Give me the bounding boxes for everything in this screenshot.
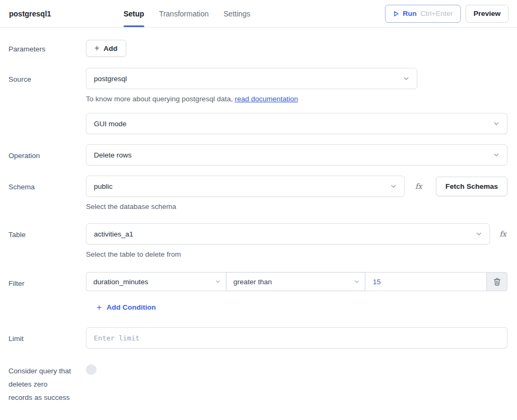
preview-button[interactable]: Preview <box>466 5 509 23</box>
setup-panel: Parameters + Add Source postgresql To kn… <box>0 28 517 404</box>
play-icon <box>393 11 399 17</box>
success-flag-row: Consider query that deletes zero records… <box>8 360 507 404</box>
add-parameter-button[interactable]: + Add <box>86 40 126 57</box>
parameters-row: Parameters + Add <box>8 40 507 57</box>
source-label: Source <box>8 68 86 86</box>
schema-label: Schema <box>8 176 86 194</box>
query-header: postgresql1 Setup Transformation Setting… <box>0 0 517 28</box>
mode-select[interactable]: GUI mode <box>86 113 507 134</box>
schema-select-value: public <box>94 182 112 190</box>
schema-select[interactable]: public <box>86 176 405 197</box>
fx-icon[interactable]: fx <box>500 230 506 238</box>
source-select[interactable]: postgresql <box>86 68 417 89</box>
mode-label-spacer <box>8 113 86 118</box>
table-select-value: activities_a1 <box>94 230 133 238</box>
filter-condition: duration_minutes greater than 15 <box>86 272 507 291</box>
header-actions: Run Ctrl+Enter Preview <box>385 0 509 27</box>
limit-label: Limit <box>8 327 86 345</box>
delete-condition-button[interactable] <box>486 272 507 291</box>
chevron-down-icon <box>493 120 500 127</box>
operation-select-value: Delete rows <box>94 151 132 159</box>
parameters-label: Parameters <box>8 40 86 56</box>
filter-label: Filter <box>8 272 86 290</box>
plus-icon: + <box>94 44 99 52</box>
schema-row: Schema public fx Fetch Schemas Select th… <box>8 176 507 212</box>
mode-select-value: GUI mode <box>94 120 127 128</box>
header-tabs: Setup Transformation Settings <box>124 0 250 27</box>
filter-row: Filter duration_minutes greater than 15 <box>8 272 507 312</box>
limit-input[interactable] <box>86 327 507 348</box>
fx-icon[interactable]: fx <box>415 182 422 190</box>
table-row: Table activities_a1 fx Select the table … <box>8 223 507 260</box>
operation-row: Operation Delete rows <box>8 144 507 165</box>
query-title: postgresql1 <box>9 0 110 27</box>
source-helper-text: To know more about querying postgresql d… <box>86 95 233 103</box>
schema-helper: Select the database schema <box>86 202 507 212</box>
operation-select[interactable]: Delete rows <box>86 144 507 165</box>
chevron-down-icon <box>354 278 360 285</box>
operation-label: Operation <box>8 144 86 162</box>
chevron-down-icon <box>390 182 397 190</box>
success-flag-toggle[interactable] <box>86 364 97 375</box>
run-button[interactable]: Run Ctrl+Enter <box>385 5 461 23</box>
trash-icon <box>494 278 501 286</box>
filter-operator-value: greater than <box>233 278 272 286</box>
add-parameter-label: Add <box>103 45 117 52</box>
chevron-down-icon <box>475 230 483 238</box>
read-documentation-link[interactable]: read documentation <box>235 95 298 103</box>
fetch-schemas-button[interactable]: Fetch Schemas <box>436 177 507 196</box>
source-helper: To know more about querying postgresql d… <box>86 94 507 104</box>
add-condition-label: Add Condition <box>107 303 156 311</box>
table-select[interactable]: activities_a1 <box>86 223 490 244</box>
source-row: Source postgresql To know more about que… <box>8 68 507 104</box>
success-flag-label: Consider query that deletes zero records… <box>8 360 86 404</box>
mode-row: GUI mode <box>8 113 507 134</box>
tab-setup[interactable]: Setup <box>124 0 144 27</box>
filter-column-value: duration_minutes <box>93 278 148 286</box>
plus-icon: + <box>97 303 102 312</box>
chevron-down-icon <box>215 278 221 285</box>
filter-column-select[interactable]: duration_minutes <box>86 272 226 291</box>
filter-operator-select[interactable]: greater than <box>226 272 365 291</box>
add-condition-button[interactable]: + Add Condition <box>97 303 156 312</box>
table-helper: Select the table to delete from <box>86 249 507 260</box>
limit-row: Limit <box>8 327 507 348</box>
tab-transformation[interactable]: Transformation <box>159 0 209 27</box>
filter-value-input[interactable]: 15 <box>365 272 487 291</box>
chevron-down-icon <box>493 151 500 159</box>
table-label: Table <box>8 223 86 241</box>
source-select-value: postgresql <box>94 75 127 83</box>
run-shortcut: Ctrl+Enter <box>420 10 453 18</box>
run-label: Run <box>403 10 417 18</box>
chevron-down-icon <box>402 75 410 82</box>
tab-settings[interactable]: Settings <box>224 0 251 27</box>
